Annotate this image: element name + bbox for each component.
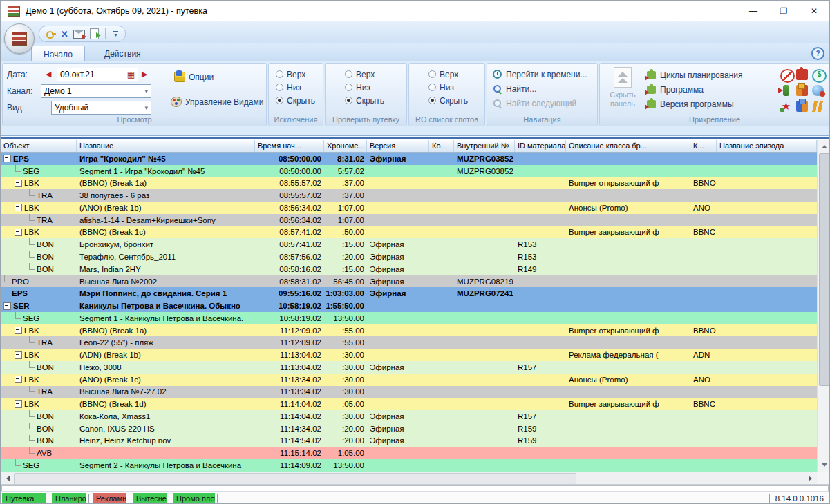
scroll-left-icon[interactable] bbox=[1, 473, 14, 484]
hide-panel-button[interactable]: Скрыть панель bbox=[604, 67, 641, 115]
column-header-9[interactable]: Описание класса бр... bbox=[566, 140, 690, 152]
radio-verh[interactable]: Верх bbox=[338, 68, 406, 81]
date-prev-icon[interactable]: ◀ bbox=[46, 70, 51, 78]
remove-attachment-icon[interactable] bbox=[780, 69, 795, 83]
grid-row-tra[interactable]: TRAafisha-1-14 - Desam+Кириешки+Sony08:5… bbox=[1, 214, 817, 226]
grid-row-seg[interactable]: SEGSegment 2 - Каникулы Петрова и Васечк… bbox=[1, 459, 817, 472]
money-bubble-icon[interactable]: $ bbox=[812, 69, 827, 83]
mail-icon[interactable] bbox=[73, 30, 85, 39]
expander-minus-icon[interactable] bbox=[15, 400, 22, 408]
minimize-button[interactable]: — bbox=[738, 1, 768, 21]
vertical-scroll-thumb[interactable] bbox=[819, 153, 830, 386]
legend-промо-плотте[interactable]: Промо плотте bbox=[173, 493, 215, 504]
planning-cycles-button[interactable]: Циклы планирования bbox=[647, 68, 743, 82]
column-header-5[interactable]: Версия bbox=[367, 140, 429, 152]
manage-views-button[interactable]: Управление Видами bbox=[171, 97, 263, 107]
expander-minus-icon[interactable] bbox=[15, 376, 22, 383]
legend-планиров[interactable]: Планиров bbox=[52, 493, 86, 504]
options-button[interactable]: Опции bbox=[174, 72, 214, 82]
crossed-arrows-icon[interactable]: ✕ bbox=[61, 30, 68, 39]
grid-row-bon[interactable]: BONCanon, IXUS 220 HS11:14:34.02:20.00Эф… bbox=[1, 423, 817, 435]
expander-minus-icon[interactable] bbox=[15, 327, 22, 334]
grid-row-lbk[interactable]: LBK(ADN) (Break 1b)11:13:04.02:30.00Рекл… bbox=[1, 349, 817, 361]
grid-row-seg[interactable]: SEGSegment 1 - Каникулы Петрова и Васечк… bbox=[1, 312, 817, 324]
expander-minus-icon[interactable] bbox=[3, 302, 11, 310]
grid-row-pro[interactable]: PROВысшая Лига №200208:58:31.0256:45.00Э… bbox=[1, 275, 817, 288]
calendar-icon[interactable]: ▦ bbox=[127, 71, 135, 78]
find-button[interactable]: Найти... bbox=[487, 81, 597, 96]
insert-program-icon[interactable] bbox=[783, 85, 789, 96]
scroll-right-icon[interactable] bbox=[804, 473, 816, 484]
globe-icon[interactable] bbox=[812, 85, 824, 96]
column-header-6[interactable]: Ко... bbox=[429, 140, 454, 152]
view-combo[interactable]: Удобный ▾ bbox=[51, 101, 151, 115]
expander-minus-icon[interactable] bbox=[15, 351, 22, 359]
grid-row-eps[interactable]: EPSИгра "Крокодил" №4508:50:00.008:31.02… bbox=[1, 153, 817, 165]
radio-verh[interactable]: Верх bbox=[422, 68, 484, 81]
program-button[interactable]: Программа bbox=[647, 82, 743, 97]
grid-row-lbk[interactable]: LBK(BBNC) (Break 1c)08:57:41.02:50.00Bum… bbox=[1, 226, 817, 239]
date-field[interactable]: 09.окт.21 ▦ bbox=[57, 68, 138, 81]
grid-row-seg[interactable]: SEGSegment 1 - Игра "Крокодил" №4508:50:… bbox=[1, 165, 817, 177]
vertical-scrollbar[interactable] bbox=[817, 140, 830, 472]
grid-row-lbk[interactable]: LBK(ANO) (Break 1b)08:56:34.021:07.00Ано… bbox=[1, 202, 817, 214]
star-version-icon[interactable]: ★ bbox=[780, 101, 792, 112]
legend-путевка[interactable]: Путевка bbox=[2, 493, 46, 504]
legend-вытеснен[interactable]: Вытеснен bbox=[133, 493, 167, 504]
grid-row-bon[interactable]: BONHeinz, Heinz Ketchup nov11:14:54.02:2… bbox=[1, 435, 817, 447]
qat-more-button[interactable]: ▾ bbox=[113, 31, 118, 37]
column-header-7[interactable]: Внутренний № bbox=[454, 140, 515, 152]
grid-row-tra[interactable]: TRALeon-22 (55") - пляж11:12:09.02:55.00 bbox=[1, 336, 817, 349]
legend-рекламны[interactable]: Рекламны bbox=[93, 493, 126, 504]
tab-nachalo[interactable]: Начало bbox=[31, 46, 85, 62]
column-header-2[interactable]: Название bbox=[77, 140, 255, 152]
grid-row-ser[interactable]: SERКаникулы Петрова и Васечкина. Обыкно1… bbox=[1, 300, 817, 312]
grid-row-bon[interactable]: BONMars, Indian 2HY08:58:16.02:15.00Эфир… bbox=[1, 263, 817, 275]
help-icon[interactable]: ? bbox=[811, 47, 824, 60]
program-version-button[interactable]: Версия программы bbox=[647, 97, 743, 111]
date-next-icon[interactable]: ▶ bbox=[142, 70, 147, 78]
radio-niz[interactable]: Низ bbox=[422, 81, 484, 94]
blocks-blue-icon[interactable] bbox=[796, 101, 808, 112]
radio-verh[interactable]: Верх bbox=[269, 68, 323, 81]
grid-row-avb[interactable]: AVB11:15:14.02-1:05.00 bbox=[1, 447, 817, 459]
grid-row-lbk[interactable]: LBK(ANO) (Break 1c)11:13:34.02:30.00Анон… bbox=[1, 374, 817, 386]
column-header-8[interactable]: ID материала bbox=[515, 140, 566, 152]
key-icon[interactable] bbox=[46, 29, 56, 39]
column-header-3[interactable]: Время нач... bbox=[255, 140, 324, 152]
grid-row-tra[interactable]: TRA38 попугаев - 6 раз08:55:57.02:37.00 bbox=[1, 189, 817, 202]
grid-row-tra[interactable]: TRAВысшая Лига №7-27.0211:13:34.02:30.00 bbox=[1, 386, 817, 398]
expander-minus-icon[interactable] bbox=[15, 229, 22, 236]
chevrons-orange-icon[interactable] bbox=[812, 101, 824, 112]
red-puzzle-icon[interactable] bbox=[796, 69, 808, 80]
column-header-11[interactable]: Название эпизода bbox=[717, 140, 817, 152]
export-file-icon[interactable] bbox=[90, 28, 99, 39]
radio-niz[interactable]: Низ bbox=[338, 81, 406, 94]
radio-skryt[interactable]: Скрыть bbox=[422, 94, 484, 107]
grid-row-bon[interactable]: BONБронхикум, бронхит08:57:41.02:15.00Эф… bbox=[1, 238, 817, 251]
grid-row-bon[interactable]: BONТерафлю, Сентябрь_201108:57:56.02:20.… bbox=[1, 251, 817, 263]
radio-skryt[interactable]: Скрыть bbox=[269, 94, 323, 107]
close-button[interactable]: ✕ bbox=[799, 1, 829, 21]
column-header-4[interactable]: Хрономе... bbox=[324, 140, 367, 152]
horizontal-scroll-thumb[interactable] bbox=[14, 473, 576, 485]
maximize-button[interactable]: ❐ bbox=[768, 1, 799, 21]
expander-minus-icon[interactable] bbox=[15, 180, 22, 187]
expander-minus-icon[interactable] bbox=[15, 204, 22, 211]
scroll-down-icon[interactable] bbox=[818, 459, 830, 471]
application-menu-button[interactable] bbox=[4, 23, 35, 54]
column-header-10[interactable]: К... bbox=[690, 140, 717, 152]
grid-row-lbk[interactable]: LBK(BBNO) (Break 1a)11:12:09.02:55.00Bum… bbox=[1, 324, 817, 337]
grid-row-bon[interactable]: BONПежо, 300811:13:04.02:30.00ЭфирнаяR15… bbox=[1, 361, 817, 374]
grid-row-bon[interactable]: BONКока-Кола, Xmass111:14:04.02:30.00Эфи… bbox=[1, 410, 817, 423]
horizontal-scrollbar[interactable] bbox=[1, 472, 830, 484]
grid-row-lbk[interactable]: LBK(BBNC) (Break 1d)11:14:04.02:05.00Bum… bbox=[1, 398, 817, 410]
radio-skryt[interactable]: Скрыть bbox=[338, 94, 406, 107]
scroll-up-icon[interactable] bbox=[818, 141, 830, 153]
grid-row-lbk[interactable]: LBK(BBNO) (Break 1a)08:55:57.02:37.00Bum… bbox=[1, 177, 817, 190]
blocks-orange-icon[interactable] bbox=[796, 85, 808, 96]
radio-niz[interactable]: Низ bbox=[269, 81, 323, 94]
grid-row-eps[interactable]: EPSМэри Поппинс, до свидания. Серия 109:… bbox=[1, 287, 817, 300]
column-header-1[interactable]: Объект bbox=[1, 140, 77, 152]
goto-time-button[interactable]: Перейти к времени... bbox=[487, 67, 597, 81]
